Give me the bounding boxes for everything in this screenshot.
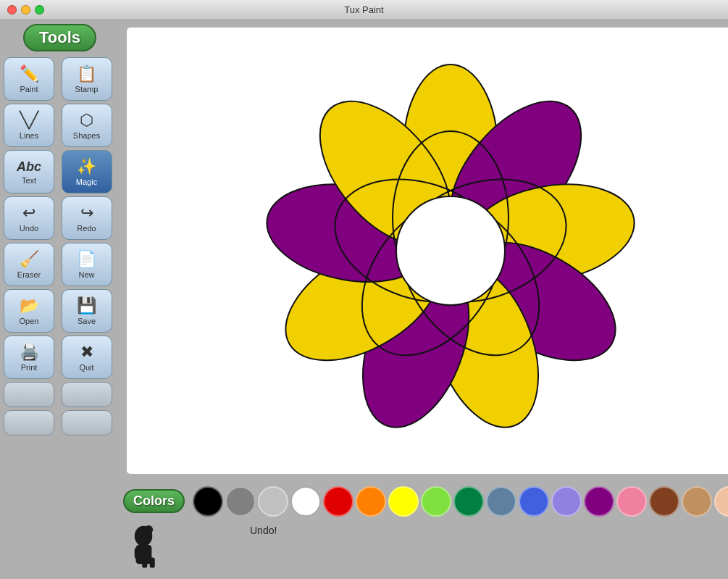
tool-magic[interactable]: ✨ Magic	[62, 150, 112, 193]
tool-text[interactable]: Abc Text	[4, 150, 54, 193]
tool-redo[interactable]: ↪ Redo	[62, 196, 112, 240]
window-title: Tux Paint	[344, 4, 383, 15]
spacer-btn-3[interactable]	[4, 410, 54, 436]
app-body: Tools ✏️ Paint 📋 Stamp ╲╱ Lines ⬡ Shapes	[0, 20, 728, 579]
tool-eraser[interactable]: 🧹 Eraser	[4, 243, 54, 286]
canvas-container[interactable]	[127, 28, 728, 474]
color-white[interactable]	[290, 486, 321, 517]
color-red[interactable]	[323, 486, 353, 517]
color-skin[interactable]	[714, 486, 728, 517]
stamp-label: Stamp	[75, 85, 99, 93]
main-area: Colors	[120, 20, 728, 579]
eraser-icon: 🧹	[20, 250, 39, 269]
color-tan[interactable]	[682, 486, 712, 517]
redo-icon: ↪	[80, 204, 93, 222]
magic-label: Magic	[76, 178, 97, 186]
svg-rect-3	[135, 548, 141, 559]
minimize-button[interactable]	[21, 5, 30, 14]
tool-quit[interactable]: ✖ Quit	[62, 336, 112, 379]
character-silhouette	[127, 525, 170, 575]
spacer-buttons	[4, 382, 116, 436]
tool-undo[interactable]: ↩ Undo	[4, 196, 54, 240]
tool-shapes[interactable]: ⬡ Shapes	[62, 104, 112, 147]
color-brown[interactable]	[649, 486, 679, 517]
maximize-button[interactable]	[35, 5, 44, 14]
quit-label: Quit	[79, 363, 93, 372]
tool-lines[interactable]: ╲╱ Lines	[4, 104, 54, 147]
redo-label: Redo	[77, 224, 96, 233]
colors-section-label: Colors	[123, 489, 185, 513]
colors-bar: Colors	[120, 481, 728, 521]
tools-grid: ✏️ Paint 📋 Stamp ╲╱ Lines ⬡ Shapes Abc T…	[4, 57, 116, 379]
svg-point-1	[144, 525, 153, 534]
close-button[interactable]	[7, 5, 17, 14]
shapes-icon: ⬡	[80, 111, 93, 130]
left-sidebar: Tools ✏️ Paint 📋 Stamp ╲╱ Lines ⬡ Shapes	[0, 20, 120, 579]
spacer-btn-2[interactable]	[62, 382, 112, 407]
lines-icon: ╲╱	[20, 111, 38, 130]
text-icon: Abc	[17, 159, 41, 175]
undo-label: Undo	[20, 224, 38, 233]
text-label: Text	[22, 176, 36, 185]
color-light-green[interactable]	[421, 486, 451, 517]
undo-icon: ↩	[22, 204, 35, 222]
paint-icon: ✏️	[20, 64, 39, 83]
tool-open[interactable]: 📂 Open	[4, 289, 54, 333]
color-yellow[interactable]	[388, 486, 419, 517]
tool-print[interactable]: 🖨️ Print	[4, 336, 54, 379]
color-pink[interactable]	[616, 486, 647, 517]
new-label: New	[78, 270, 94, 279]
bottom-bar: Undo!	[120, 521, 728, 579]
tool-paint[interactable]: ✏️ Paint	[4, 57, 54, 101]
eraser-label: Eraser	[17, 270, 41, 279]
magic-icon: ✨	[77, 157, 96, 176]
color-dark-green[interactable]	[453, 486, 484, 517]
color-black[interactable]	[193, 486, 223, 517]
shapes-label: Shapes	[73, 131, 100, 140]
paint-label: Paint	[20, 85, 38, 93]
undo-text: Undo!	[250, 525, 277, 536]
tools-header: Tools	[23, 24, 96, 51]
window-controls[interactable]	[7, 5, 44, 14]
tool-stamp[interactable]: 📋 Stamp	[62, 57, 112, 101]
spacer-btn-1[interactable]	[4, 382, 54, 407]
save-icon: 💾	[77, 296, 96, 315]
svg-rect-4	[150, 558, 155, 568]
open-icon: 📂	[20, 296, 39, 315]
color-dark-gray[interactable]	[225, 486, 256, 517]
open-label: Open	[20, 317, 39, 325]
color-orange[interactable]	[356, 486, 386, 517]
print-label: Print	[21, 363, 38, 372]
color-lavender[interactable]	[551, 486, 582, 517]
drawing-canvas[interactable]	[197, 59, 704, 443]
color-light-gray[interactable]	[258, 486, 288, 517]
spacer-btn-4[interactable]	[62, 410, 112, 436]
stamp-icon: 📋	[77, 64, 96, 83]
quit-icon: ✖	[80, 343, 93, 362]
lines-label: Lines	[20, 131, 38, 140]
title-bar: Tux Paint	[0, 0, 728, 20]
svg-rect-5	[142, 558, 147, 568]
color-slate-blue[interactable]	[486, 486, 516, 517]
tool-save[interactable]: 💾 Save	[62, 289, 112, 333]
color-blue[interactable]	[519, 486, 549, 517]
color-purple[interactable]	[584, 486, 614, 517]
print-icon: 🖨️	[20, 343, 39, 362]
save-label: Save	[78, 317, 96, 325]
new-icon: 📄	[77, 250, 96, 269]
tool-new[interactable]: 📄 New	[62, 243, 112, 286]
